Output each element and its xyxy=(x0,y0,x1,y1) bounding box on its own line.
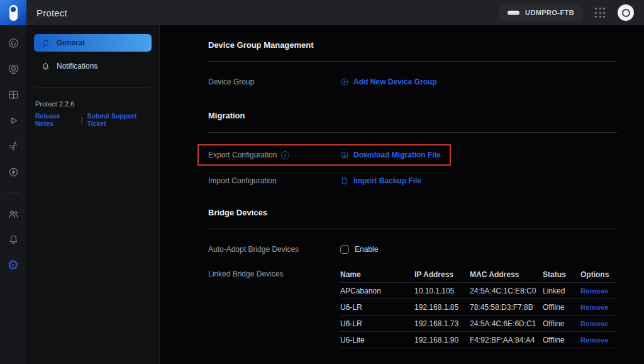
left-nav-rail: ⚙ xyxy=(0,25,26,364)
import-config-label: Import Configuration xyxy=(208,176,340,185)
cell-name: U6-LR xyxy=(340,319,414,328)
info-icon[interactable]: i xyxy=(281,151,289,159)
sync-icon xyxy=(41,38,50,48)
avatar-logo xyxy=(622,9,630,17)
gear-icon: ⚙ xyxy=(8,259,19,272)
import-configuration-row: Import Configuration Import Backup File xyxy=(208,174,617,188)
doorbell-icon xyxy=(9,5,18,21)
section-divider xyxy=(208,61,617,62)
export-configuration-row: Export Configuration i Download Migratio… xyxy=(208,144,617,166)
device-group-row: Device Group Add New Device Group xyxy=(208,75,617,89)
cell-mac: 24:5A:4C:1C:E8:C0 xyxy=(470,287,543,295)
plus-circle-icon xyxy=(340,77,349,86)
tab-notifications[interactable]: Notifications xyxy=(34,57,152,75)
nav-users[interactable] xyxy=(0,201,26,227)
sidebar-divider xyxy=(35,88,150,88)
nav-divider xyxy=(6,193,20,193)
tab-general[interactable]: General xyxy=(34,34,152,52)
protect-app-logo[interactable] xyxy=(0,0,26,25)
remove-link[interactable]: Remove xyxy=(580,304,617,311)
console-button[interactable]: UDMPRO-FTB xyxy=(499,4,582,21)
lens-icon xyxy=(8,37,19,49)
enable-checkbox[interactable] xyxy=(340,245,349,254)
col-header-options: Options xyxy=(580,270,617,279)
linked-bridge-label: Linked Bridge Devices xyxy=(208,266,340,278)
cell-mac: 78:45:58:D3:F7:8B xyxy=(470,303,543,312)
section-divider xyxy=(208,229,617,229)
settings-sidebar: General Notifications Protect 2.2.6 Rele… xyxy=(26,25,159,364)
auto-adopt-label: Auto-Adopt Bridge Devices xyxy=(208,245,340,254)
version-text: Protect 2.2.6 xyxy=(34,100,152,108)
table-header-row: Name IP Address MAC Address Status Optio… xyxy=(340,266,617,283)
cell-name: U6-Lite xyxy=(340,336,414,344)
bell-icon xyxy=(41,62,50,71)
nav-settings[interactable]: ⚙ xyxy=(0,253,26,278)
settings-main-panel: Device Group Management Device Group Add… xyxy=(159,25,644,364)
nav-detections[interactable] xyxy=(0,134,26,159)
nav-cameras[interactable] xyxy=(0,56,26,82)
add-device-group-label: Add New Device Group xyxy=(353,77,437,86)
table-row: U6-LR 192.168.1.73 24:5A:4C:6E:6D:C1 Off… xyxy=(340,316,617,332)
bridge-devices-table: Name IP Address MAC Address Status Optio… xyxy=(340,266,617,348)
download-icon xyxy=(340,151,349,159)
console-name: UDMPRO-FTB xyxy=(525,9,574,16)
remove-link[interactable]: Remove xyxy=(580,320,617,327)
users-icon xyxy=(8,208,19,220)
grid-layout-icon xyxy=(8,89,19,101)
enable-label: Enable xyxy=(355,245,378,254)
col-header-status: Status xyxy=(543,270,580,279)
download-migration-label: Download Migration File xyxy=(353,151,441,159)
app-switcher-icon[interactable] xyxy=(595,8,605,18)
import-backup-link[interactable]: Import Backup File xyxy=(340,176,421,185)
nav-notifications[interactable] xyxy=(0,227,26,253)
export-config-label: Export Configuration xyxy=(208,151,277,159)
remove-link[interactable]: Remove xyxy=(580,287,617,295)
cell-ip: 192.168.1.73 xyxy=(414,319,470,328)
auto-adopt-row: Auto-Adopt Bridge Devices Enable xyxy=(208,243,617,256)
head-audio-icon xyxy=(8,166,19,178)
release-notes-link[interactable]: Release Notes xyxy=(35,112,77,127)
nav-playback[interactable] xyxy=(0,108,26,134)
udm-device-icon xyxy=(508,11,519,15)
cell-ip: 192.168.1.85 xyxy=(414,303,470,312)
cell-status: Linked xyxy=(543,287,580,295)
play-icon xyxy=(8,115,19,127)
user-avatar[interactable] xyxy=(618,4,634,21)
col-header-name: Name xyxy=(340,270,414,279)
add-device-group-link[interactable]: Add New Device Group xyxy=(340,77,437,86)
app-title: Protect xyxy=(36,8,67,18)
download-migration-link[interactable]: Download Migration File xyxy=(340,151,441,159)
cell-ip: 10.10.1.105 xyxy=(414,287,470,295)
section-title-device-group: Device Group Management xyxy=(208,40,617,50)
camera-icon xyxy=(8,63,19,75)
import-backup-label: Import Backup File xyxy=(353,176,421,185)
cell-mac: F4:92:BF:AA:84:A4 xyxy=(470,336,543,344)
cell-status: Offline xyxy=(543,303,580,312)
nav-viewports[interactable] xyxy=(0,82,26,108)
link-separator: | xyxy=(81,116,83,123)
col-header-ip: IP Address xyxy=(414,270,470,279)
file-icon xyxy=(340,176,349,185)
tab-notifications-label: Notifications xyxy=(57,62,97,71)
cell-status: Offline xyxy=(543,336,580,344)
section-title-bridge: Bridge Devices xyxy=(208,208,617,217)
remove-link[interactable]: Remove xyxy=(580,336,617,344)
top-bar: Protect UDMPRO-FTB xyxy=(0,0,644,25)
nav-face-detection[interactable] xyxy=(0,159,26,185)
cell-status: Offline xyxy=(543,319,580,328)
device-group-label: Device Group xyxy=(208,77,340,86)
table-row: U6-LR 192.168.1.85 78:45:58:D3:F7:8B Off… xyxy=(340,299,617,316)
cell-mac: 24:5A:4C:6E:6D:C1 xyxy=(470,319,543,328)
bell-icon xyxy=(8,234,19,246)
section-title-migration: Migration xyxy=(208,111,617,120)
cell-ip: 192.168.1.90 xyxy=(414,336,470,344)
support-ticket-link[interactable]: Submit Support Ticket xyxy=(87,112,152,127)
section-divider xyxy=(208,132,617,133)
linked-bridge-row: Linked Bridge Devices Name IP Address MA… xyxy=(208,266,617,348)
topbar-right: UDMPRO-FTB xyxy=(499,4,634,21)
cell-name: U6-LR xyxy=(340,303,414,312)
tab-general-label: General xyxy=(57,38,85,47)
nav-dashboard[interactable] xyxy=(0,30,26,56)
col-header-mac: MAC Address xyxy=(470,270,543,279)
table-row: APCabanon 10.10.1.105 24:5A:4C:1C:E8:C0 … xyxy=(340,283,617,299)
